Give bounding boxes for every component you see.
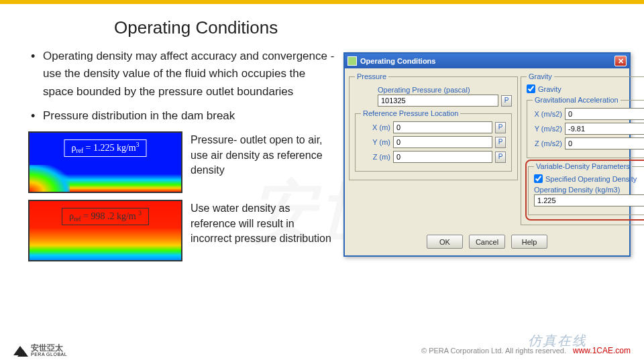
plot-row-1: ρref = 1.225 kg/m3 Pressure- outlet open… [28,131,335,193]
rho-prefix: ρ [71,143,76,153]
vdp-group: Variable-Density Parameters Specified Op… [528,162,644,215]
bullet-2: Pressure distribution in the dam break [34,107,335,125]
op-pressure-label: Operating Pressure (pascal) [378,86,512,94]
op-pressure-input[interactable] [378,95,498,107]
vdp-legend: Variable-Density Parameters [534,162,632,170]
page-title: Operating Conditions [114,17,644,38]
ref-pressure-location-group: Reference Pressure Location X (m) P Y (m… [355,109,512,172]
cancel-button[interactable]: Cancel [469,235,505,249]
y-label: Y (m) [361,138,390,146]
p-button[interactable]: P [501,95,512,107]
pressure-plot-air: ρref = 1.225 kg/m3 [28,131,182,193]
ref-pressure-legend: Reference Pressure Location [361,109,460,117]
help-button[interactable]: Help [511,235,547,249]
footer: 安世亞太 PERA GLOBAL © PERA Corporation Ltd.… [0,344,644,357]
ref-z-input[interactable] [393,151,492,163]
rho-prefix: ρ [69,211,74,221]
vdp-chk-label: Specified Operating Density [545,175,637,183]
op-density-input[interactable] [534,194,644,206]
top-accent [0,4,121,7]
op-density-label: Operating Density (kg/m3) [534,186,644,194]
vdp-highlight: Variable-Density Parameters Specified Op… [525,160,644,221]
gravity-chk-label: Gravity [538,85,561,93]
gz-input[interactable] [565,137,644,149]
gy-input[interactable] [565,123,644,135]
plot2-caption: Use water density as reference will resu… [191,200,335,261]
footer-copyright: © PERA Corporation Ltd. All rights reser… [67,347,566,355]
p-button[interactable]: P [495,137,506,148]
vdp-checkbox-row[interactable]: Specified Operating Density [534,174,644,183]
logo-text: 安世亞太 [31,344,67,352]
dialog-button-row: OK Cancel Help [345,232,629,255]
plot1-caption: Pressure- outlet open to air, use air de… [191,131,335,193]
rho-eq: = 998 .2 kg/m [81,211,139,221]
gravity-legend: Gravity [527,72,554,80]
plot-row-2: ρref = 998 .2 kg/m 3 Use water density a… [28,200,335,261]
rho-sup: 3 [138,210,142,217]
p-button[interactable]: P [495,122,506,133]
x-label: X (m) [361,123,390,131]
dialog-icon [347,56,357,66]
dialog-col-left: Pressure Operating Pressure (pascal) P R… [349,72,518,228]
rho-sup: 3 [136,141,140,148]
vdp-checkbox[interactable] [534,174,543,183]
gravity-checkbox-row[interactable]: Gravity [527,84,644,93]
pressure-plot-water: ρref = 998 .2 kg/m 3 [28,200,182,261]
logo-icon [13,346,27,355]
gy-label: Y (m/s2) [533,125,562,133]
dialog-body: Pressure Operating Pressure (pascal) P R… [345,68,629,232]
rho-eq: = 1.225 kg/m [83,143,136,153]
gx-label: X (m/s2) [533,110,562,118]
pressure-legend: Pressure [355,72,388,80]
dialog-titlebar[interactable]: Operating Conditions ✕ [345,54,629,68]
gz-label: Z (m/s2) [533,139,562,147]
ok-button[interactable]: OK [427,235,463,249]
rho-sub: ref [74,217,81,223]
ref-x-input[interactable] [393,121,492,133]
logo-sub: PERA GLOBAL [31,352,67,357]
footer-logo: 安世亞太 PERA GLOBAL [13,344,67,357]
plot2-label: ρref = 998 .2 kg/m 3 [62,208,149,225]
plots-container: ρref = 1.225 kg/m3 Pressure- outlet open… [28,131,335,261]
p-button[interactable]: P [495,152,506,163]
grav-accel-legend: Gravitational Acceleration [533,96,621,104]
bullet-1: Operating density may affect accuracy an… [34,48,335,101]
dialog-title: Operating Conditions [360,57,435,65]
bullet-list: Operating density may affect accuracy an… [13,48,335,125]
pressure-group: Pressure Operating Pressure (pascal) P R… [349,72,518,180]
gx-input[interactable] [565,108,644,120]
rho-sub: ref [76,148,83,155]
left-column: Operating density may affect accuracy an… [13,48,335,268]
z-label: Z (m) [361,153,390,161]
plot1-label: ρref = 1.225 kg/m3 [64,139,146,156]
operating-conditions-dialog: Operating Conditions ✕ Pressure Operatin… [343,52,631,257]
grav-accel-group: Gravitational Acceleration X (m/s2) P Y … [527,96,644,158]
ref-y-input[interactable] [393,136,492,148]
watermark-url: www.1CAE.com [573,346,631,355]
dialog-col-right: Gravity Gravity Gravitational Accelerati… [521,72,644,228]
close-button[interactable]: ✕ [614,56,627,66]
gravity-group: Gravity Gravity Gravitational Accelerati… [521,72,644,225]
gravity-checkbox[interactable] [527,84,535,93]
